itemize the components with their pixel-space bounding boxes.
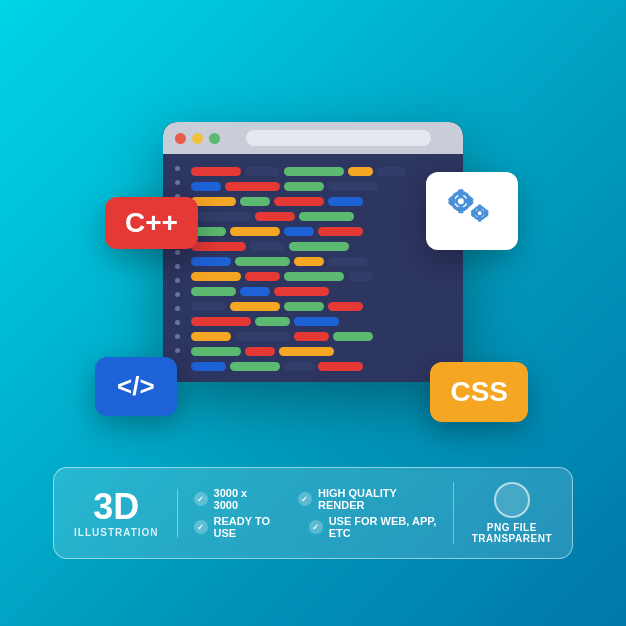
png-circle-icon bbox=[494, 482, 530, 518]
illustration-area: C++ </> bbox=[53, 67, 573, 437]
address-bar bbox=[246, 130, 431, 146]
code-body bbox=[163, 154, 463, 381]
info-banner: 3D ILLUSTRATION ✓ 3000 x 3000 ✓ HIGH QUA… bbox=[53, 467, 573, 559]
check-icon: ✓ bbox=[194, 520, 208, 534]
code-line bbox=[191, 256, 449, 266]
spec-quality: ✓ HIGH QUALITY RENDER bbox=[298, 487, 445, 511]
code-line bbox=[191, 226, 449, 236]
code-line bbox=[191, 271, 449, 281]
code-editor-window bbox=[163, 122, 463, 382]
line-dot bbox=[175, 250, 180, 255]
dot-red bbox=[175, 133, 186, 144]
code-line bbox=[191, 346, 449, 356]
code-line bbox=[191, 286, 449, 296]
spec-resolution-text: 3000 x 3000 bbox=[214, 487, 274, 511]
window-header bbox=[163, 122, 463, 154]
check-icon: ✓ bbox=[194, 492, 208, 506]
line-dot bbox=[175, 278, 180, 283]
line-dots bbox=[175, 166, 180, 353]
main-container: C++ </> bbox=[33, 33, 593, 593]
code-line bbox=[191, 301, 449, 311]
css-label: CSS bbox=[450, 376, 508, 408]
line-dot bbox=[175, 292, 180, 297]
banner-sub-label: ILLUSTRATION bbox=[74, 527, 159, 538]
code-line bbox=[191, 181, 449, 191]
spec-use: ✓ USE FOR WEB, APP, ETC bbox=[309, 515, 445, 539]
line-dot bbox=[175, 334, 180, 339]
banner-specs: ✓ 3000 x 3000 ✓ HIGH QUALITY RENDER ✓ RE… bbox=[194, 487, 445, 539]
spec-quality-text: HIGH QUALITY RENDER bbox=[318, 487, 445, 511]
svg-rect-13 bbox=[478, 217, 481, 222]
line-dot bbox=[175, 306, 180, 311]
png-text-label: PNG FILETRANSPARENT bbox=[472, 522, 552, 544]
svg-rect-2 bbox=[458, 189, 463, 196]
dot-green bbox=[209, 133, 220, 144]
banner-3d-label: 3D bbox=[93, 489, 139, 525]
spec-resolution: ✓ 3000 x 3000 bbox=[194, 487, 274, 511]
spec-row-1: ✓ 3000 x 3000 ✓ HIGH QUALITY RENDER bbox=[194, 487, 445, 511]
code-line bbox=[191, 316, 449, 326]
line-dot bbox=[175, 166, 180, 171]
spec-row-2: ✓ READY TO USE ✓ USE FOR WEB, APP, ETC bbox=[194, 515, 445, 539]
line-dot bbox=[175, 180, 180, 185]
svg-rect-12 bbox=[478, 205, 481, 210]
svg-point-11 bbox=[477, 210, 483, 216]
code-line bbox=[191, 361, 449, 371]
gear-badge bbox=[426, 172, 518, 250]
code-line bbox=[191, 166, 449, 176]
check-icon: ✓ bbox=[309, 520, 323, 534]
html-label: </> bbox=[117, 371, 155, 402]
spec-use-text: USE FOR WEB, APP, ETC bbox=[329, 515, 445, 539]
spec-ready-text: READY TO USE bbox=[214, 515, 285, 539]
dot-yellow bbox=[192, 133, 203, 144]
code-line bbox=[191, 241, 449, 251]
svg-point-1 bbox=[457, 197, 466, 206]
cpp-label: C++ bbox=[125, 209, 178, 237]
cpp-badge: C++ bbox=[105, 197, 198, 249]
banner-3d-section: 3D ILLUSTRATION bbox=[74, 489, 178, 538]
line-dot bbox=[175, 348, 180, 353]
code-line bbox=[191, 331, 449, 341]
line-dot bbox=[175, 264, 180, 269]
css-badge: CSS bbox=[430, 362, 528, 422]
svg-rect-3 bbox=[458, 206, 463, 213]
banner-png-section: PNG FILETRANSPARENT bbox=[453, 482, 552, 544]
spec-ready: ✓ READY TO USE bbox=[194, 515, 285, 539]
gear-icon bbox=[442, 186, 502, 236]
html-badge: </> bbox=[95, 357, 177, 416]
check-icon: ✓ bbox=[298, 492, 312, 506]
line-dot bbox=[175, 320, 180, 325]
code-line bbox=[191, 211, 449, 221]
code-line bbox=[191, 196, 449, 206]
